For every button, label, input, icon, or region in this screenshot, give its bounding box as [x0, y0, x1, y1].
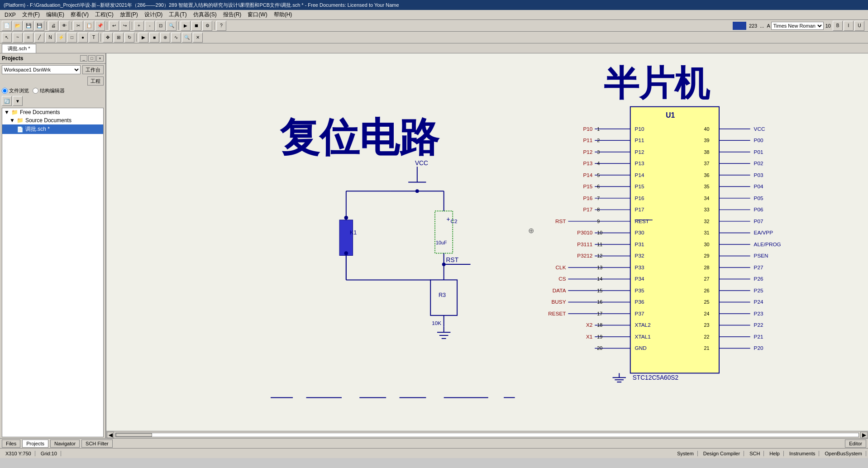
horizontal-scrollbar[interactable]: ◀ ▶ [106, 431, 868, 438]
status-instruments[interactable]: Instruments [786, 451, 819, 456]
tb2-zoom[interactable]: 🔍 [182, 33, 192, 43]
radio-file-label[interactable]: 文件浏览 [2, 87, 29, 94]
tb-italic[interactable]: I [844, 21, 854, 31]
chip-model-label: STC12C5A60S2 [633, 374, 678, 381]
bottom-tab-editor[interactable]: Editor [845, 439, 866, 448]
tb-fit[interactable]: ⊡ [156, 21, 166, 31]
tb2-run-sim[interactable]: ▶ [138, 33, 148, 43]
pnum-3: 3 [597, 149, 600, 155]
status-help[interactable]: Help [766, 451, 784, 456]
rpin-p21: P21 [754, 334, 763, 339]
tb-zoom-out[interactable]: - [145, 21, 155, 31]
doc-tab-main[interactable]: 调批.sch * [2, 44, 36, 53]
font-family-select[interactable]: Times New Roman [771, 22, 824, 30]
tb2-probe[interactable]: ⊕ [160, 33, 170, 43]
menu-design[interactable]: 设计(D) [142, 10, 166, 19]
tb-paste[interactable]: 📌 [95, 21, 105, 31]
tb-redo[interactable]: ↪ [120, 21, 130, 31]
rpin-vcc: VCC [754, 126, 765, 132]
tb2-junction[interactable]: ● [78, 33, 88, 43]
menu-file[interactable]: 文件(F) [19, 10, 43, 19]
tb2-text[interactable]: T [89, 33, 99, 43]
tb-bold[interactable]: B [833, 21, 843, 31]
scroll-right-btn[interactable]: ▶ [860, 432, 868, 438]
menu-view[interactable]: 察看(V) [68, 10, 91, 19]
pin-ext-data: DATA [553, 287, 566, 293]
tree-free-docs[interactable]: ▼ 📁 Free Documents [2, 108, 103, 116]
tree-settings[interactable]: ▼ [13, 96, 23, 106]
tb2-power[interactable]: ⚡ [56, 33, 66, 43]
scroll-track-h[interactable] [115, 433, 859, 437]
status-sch[interactable]: SCH [746, 451, 764, 456]
tb2-stop-sim[interactable]: ■ [149, 33, 159, 43]
ipin-rest: REST [635, 218, 649, 224]
tree-source-docs[interactable]: ▼ 📁 Source Documents [2, 116, 103, 124]
tb2-rotate[interactable]: ↻ [124, 33, 134, 43]
menu-place[interactable]: 放置(P) [117, 10, 141, 19]
tb2-busentry[interactable]: ╱ [34, 33, 44, 43]
pnum-12: 12 [597, 253, 602, 258]
status-design-compiler[interactable]: Design Compiler [700, 451, 744, 456]
tree-area[interactable]: ▼ 📁 Free Documents ▼ 📁 Source Documents … [2, 108, 104, 437]
status-system[interactable]: System [673, 451, 698, 456]
radio-struct-input[interactable] [33, 88, 38, 94]
menu-dxp[interactable]: DXP [2, 11, 19, 19]
project-btn[interactable]: 工程 [87, 76, 104, 86]
panel-close[interactable]: × [96, 55, 104, 62]
menu-edit[interactable]: 编辑(E) [43, 10, 67, 19]
status-grid: Grid:10 [37, 451, 61, 456]
menu-report[interactable]: 报告(R) [220, 10, 244, 19]
menu-project[interactable]: 工程(C) [92, 10, 116, 19]
tree-refresh[interactable]: 🔄 [2, 96, 12, 106]
tb-zoom-in[interactable]: + [134, 21, 144, 31]
workspace-dropdown[interactable]: Workspace1 DsnWrk [2, 65, 81, 74]
tb-open[interactable]: 📂 [13, 21, 23, 31]
tb2-wire[interactable]: ~ [13, 33, 23, 43]
tb-undo[interactable]: ↩ [109, 21, 119, 31]
tb2-select[interactable]: ↖ [2, 33, 12, 43]
color-swatch[interactable] [733, 22, 746, 30]
tb2-component[interactable]: □ [67, 33, 77, 43]
tb-saveall[interactable]: 💾 [34, 21, 44, 31]
status-openbus[interactable]: OpenBusSystem [821, 451, 866, 456]
tb-print[interactable]: 🖨 [48, 21, 58, 31]
top-right-toolbar: 223 ... A Times New Roman 10 B I U [227, 21, 866, 31]
tb-underline[interactable]: U [854, 21, 864, 31]
tb-stop[interactable]: ⏹ [191, 21, 201, 31]
menu-help[interactable]: 帮助(H) [271, 10, 295, 19]
tb2-align[interactable]: ⊞ [114, 33, 124, 43]
tree-file-item[interactable]: 📄 调批.sch * [2, 124, 103, 134]
tb2-wave[interactable]: ∿ [171, 33, 181, 43]
tb2-move[interactable]: ✥ [103, 33, 113, 43]
panel-float[interactable]: □ [88, 55, 95, 62]
tb-copy[interactable]: 📋 [84, 21, 94, 31]
tb-zoom-area[interactable]: 🔍 [167, 21, 176, 31]
tb-preview[interactable]: 👁 [59, 21, 69, 31]
bottom-tab-schfilter[interactable]: SCH Filter [81, 439, 113, 448]
scroll-left-btn[interactable]: ◀ [107, 432, 114, 438]
pnum-1: 1 [597, 126, 600, 132]
tb-new[interactable]: 📄 [2, 21, 12, 31]
title-text: (Platform) - F:\Graduation_Project\毕设-新-… [4, 2, 399, 9]
panel-minimize[interactable]: _ [80, 55, 87, 62]
canvas-area[interactable]: 复位电路 半片机 U1 [106, 53, 868, 431]
scroll-thumb-h[interactable] [116, 433, 152, 437]
bottom-tab-projects[interactable]: Projects [22, 439, 48, 448]
tb2-netlabel[interactable]: N [45, 33, 55, 43]
tb-run[interactable]: ▶ [181, 21, 191, 31]
bottom-tab-files[interactable]: Files [2, 439, 20, 448]
tb-compile[interactable]: ⚙ [202, 21, 212, 31]
tb-save[interactable]: 💾 [24, 21, 33, 31]
menu-window[interactable]: 窗口(W) [245, 10, 270, 19]
radio-struct-label[interactable]: 结构编辑器 [33, 87, 65, 94]
pin-ext-p11: P11 [583, 137, 592, 143]
menu-sim[interactable]: 仿真器(S) [191, 10, 219, 19]
bottom-tab-navigator[interactable]: Navigator [50, 439, 80, 448]
menu-tools[interactable]: 工具(T) [166, 10, 189, 19]
tb2-bus[interactable]: ≡ [24, 33, 33, 43]
radio-file-input[interactable] [2, 88, 8, 94]
worktable-btn[interactable]: 工作台 [82, 65, 104, 74]
tb2-del[interactable]: ✕ [193, 33, 203, 43]
tb-cut[interactable]: ✂ [73, 21, 83, 31]
tb-help[interactable]: ? [216, 21, 226, 31]
